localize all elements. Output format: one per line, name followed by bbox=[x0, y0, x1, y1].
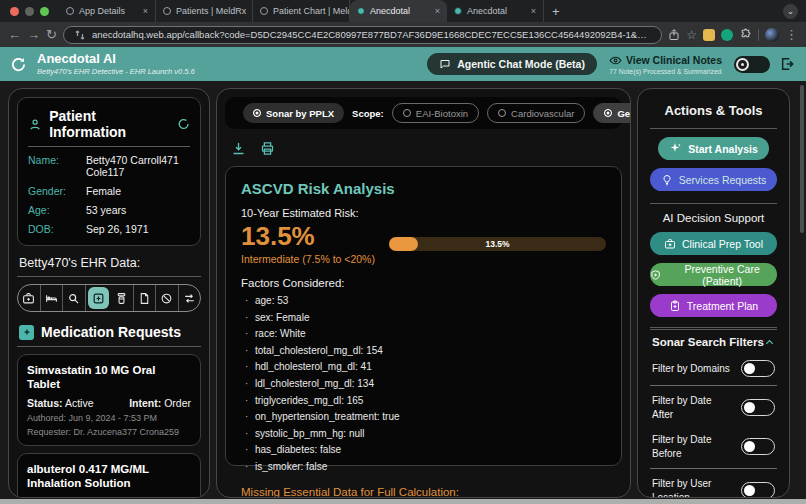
minimize-window-button[interactable] bbox=[25, 7, 34, 16]
eye-icon bbox=[609, 54, 622, 67]
agentic-chat-mode-button[interactable]: Agentic Chat Mode (Beta) bbox=[427, 53, 597, 75]
meldrx-favicon bbox=[163, 7, 171, 15]
refresh-icon[interactable] bbox=[10, 56, 27, 73]
radio-selected-icon bbox=[253, 109, 261, 117]
tab-label: Patients | MeldRx bbox=[176, 6, 246, 16]
toggle-knob bbox=[744, 441, 755, 452]
factors-list: age: 53 sex: Female race: White total_ch… bbox=[241, 293, 606, 476]
close-window-button[interactable] bbox=[10, 7, 19, 16]
chevron-up-icon[interactable] bbox=[764, 337, 775, 348]
ai-decision-support-title: AI Decision Support bbox=[650, 212, 777, 224]
sonar-model-bar: Sonar by PPLX Scope: EAI-Biotoxin Cardio… bbox=[225, 97, 622, 129]
treatment-plan-button[interactable]: Treatment Plan bbox=[650, 294, 777, 317]
medication-requests-title: Medication Requests bbox=[41, 324, 181, 340]
browser-menu-icon[interactable]: ⋮ bbox=[785, 28, 798, 41]
factor-item: age: 53 bbox=[241, 293, 606, 310]
ehr-tab-encounters-bed-icon[interactable] bbox=[41, 285, 64, 311]
tab-label: App Details bbox=[79, 6, 125, 16]
tab-app-details[interactable]: App Details × bbox=[59, 0, 156, 22]
risk-category: Intermediate (7.5% to <20%) bbox=[241, 253, 375, 265]
actions-panel: Actions & Tools Start Analysis Services … bbox=[637, 88, 790, 498]
address-bar[interactable]: anecdotalhq.web.app/callback?code=D5DC29… bbox=[63, 26, 662, 44]
extensions-puzzle-icon[interactable] bbox=[739, 28, 752, 41]
page-scrollbar[interactable] bbox=[800, 85, 804, 233]
start-analysis-button[interactable]: Start Analysis bbox=[658, 137, 770, 160]
risk-value-block: 13.5% Intermediate (7.5% to <20%) bbox=[241, 219, 375, 265]
view-clinical-notes[interactable]: View Clinical Notes 77 Note(s) Processed… bbox=[609, 54, 722, 75]
medication-name: Simvastatin 10 MG Oral Tablet bbox=[27, 363, 191, 392]
anecdotal-favicon bbox=[357, 7, 365, 15]
factor-item: has_diabetes: false bbox=[241, 442, 606, 459]
services-requests-button[interactable]: Services Requests bbox=[650, 168, 777, 191]
factor-item: hdl_cholesterol_mg_dl: 41 bbox=[241, 359, 606, 376]
browser-toolbar: ← → ↻ anecdotalhq.web.app/callback?code=… bbox=[0, 22, 806, 47]
tab-anecdotal-active[interactable]: Anecdotal × bbox=[350, 0, 447, 22]
ehr-tab-conditions-medkit-icon[interactable] bbox=[18, 285, 41, 311]
notes-extension-icon[interactable] bbox=[703, 29, 715, 41]
section-divider bbox=[650, 327, 777, 330]
medication-card-albuterol[interactable]: albuterol 0.417 MG/ML Inhalation Solutio… bbox=[17, 453, 201, 498]
tab-patients-meldrx[interactable]: Patients | MeldRx × bbox=[156, 0, 253, 22]
ehr-data-tabs bbox=[17, 284, 201, 312]
ehr-tab-medications-plus-icon[interactable] bbox=[88, 287, 110, 309]
ascvd-risk-card: ASCVD Risk Analysis 10-Year Estimated Ri… bbox=[225, 166, 622, 466]
clinical-prep-tool-button[interactable]: Clinical Prep Tool bbox=[650, 232, 777, 255]
url-text[interactable]: anecdotalhq.web.app/callback?code=D5DC29… bbox=[92, 29, 651, 40]
bookmark-star-icon[interactable]: ☆ bbox=[686, 29, 697, 41]
close-tab-icon[interactable]: × bbox=[143, 6, 148, 16]
filter-user-location-toggle[interactable] bbox=[741, 482, 775, 498]
preventive-care-button[interactable]: Preventive Care (Patient) bbox=[650, 263, 777, 286]
ehr-tab-more-swap-icon[interactable] bbox=[179, 285, 201, 311]
share-icon[interactable] bbox=[668, 29, 680, 41]
logout-icon[interactable] bbox=[780, 56, 796, 72]
reload-icon[interactable]: ↻ bbox=[46, 28, 57, 41]
scope-eai-biotoxin-option[interactable]: EAI-Biotoxin bbox=[392, 103, 479, 123]
forward-icon[interactable]: → bbox=[27, 28, 40, 41]
shield-plus-icon bbox=[650, 269, 661, 281]
print-icon[interactable] bbox=[260, 141, 275, 156]
app-title: Anecdotal AI bbox=[37, 52, 195, 67]
radio-icon bbox=[403, 109, 411, 117]
sonar-search-filters-header[interactable]: Sonar Search Filters bbox=[652, 336, 775, 348]
filter-domains-toggle[interactable] bbox=[741, 360, 775, 377]
ehr-tab-allergies-ban-icon[interactable] bbox=[156, 285, 179, 311]
medication-intent: Order bbox=[164, 496, 191, 499]
tab-anecdotal[interactable]: Anecdotal × bbox=[447, 0, 544, 22]
ehr-data-title: Betty470's EHR Data: bbox=[19, 256, 199, 270]
tab-search-chevron-icon[interactable]: ⌄ bbox=[783, 4, 798, 19]
download-icon[interactable] bbox=[231, 141, 246, 156]
window-controls[interactable] bbox=[0, 7, 59, 16]
close-tab-icon[interactable]: × bbox=[531, 6, 536, 16]
filter-date-after-toggle[interactable] bbox=[741, 399, 775, 416]
refresh-patient-icon[interactable] bbox=[177, 117, 190, 131]
ehr-tab-observations-search-icon[interactable] bbox=[63, 285, 86, 311]
medication-intent: Order bbox=[164, 397, 191, 409]
ehr-tab-documents-icon[interactable] bbox=[134, 285, 157, 311]
medkit-icon bbox=[664, 238, 676, 250]
theme-toggle[interactable] bbox=[734, 56, 770, 73]
sonar-by-pplx-option[interactable]: Sonar by PPLX bbox=[243, 103, 344, 123]
clinical-notes-subtext: 77 Note(s) Processed & Summarized bbox=[609, 68, 722, 75]
filter-label: Filter by Domains bbox=[652, 362, 732, 376]
profile-avatar[interactable] bbox=[765, 28, 779, 42]
site-settings-icon[interactable] bbox=[74, 29, 86, 41]
model-label: Sonar by PPLX bbox=[266, 108, 334, 119]
factor-item: total_cholesterol_mg_dl: 154 bbox=[241, 343, 606, 360]
patient-info-title: Patient Information bbox=[49, 108, 170, 140]
close-tab-icon[interactable]: × bbox=[435, 6, 440, 16]
scope-general-option[interactable]: General bbox=[593, 103, 631, 123]
grammarly-extension-icon[interactable] bbox=[721, 29, 733, 41]
meldrx-favicon bbox=[260, 7, 268, 15]
filter-row-user-location: Filter by User Location bbox=[650, 471, 777, 498]
scope-cardiovascular-option[interactable]: Cardiovascular bbox=[487, 103, 585, 123]
lightbulb-icon bbox=[661, 174, 673, 186]
filter-date-before-toggle[interactable] bbox=[741, 438, 775, 455]
back-icon[interactable]: ← bbox=[8, 28, 21, 41]
maximize-window-button[interactable] bbox=[40, 7, 49, 16]
factors-title: Factors Considered: bbox=[241, 277, 606, 289]
medication-card-simvastatin[interactable]: Simvastatin 10 MG Oral Tablet Status: Ac… bbox=[17, 354, 201, 446]
ehr-tab-prescriptions-bottle-icon[interactable] bbox=[111, 285, 134, 311]
scope-option-label: Cardiovascular bbox=[511, 108, 574, 119]
new-tab-button[interactable]: + bbox=[544, 4, 568, 19]
tab-patient-chart-meldrx[interactable]: Patient Chart | MeldRx × bbox=[253, 0, 350, 22]
